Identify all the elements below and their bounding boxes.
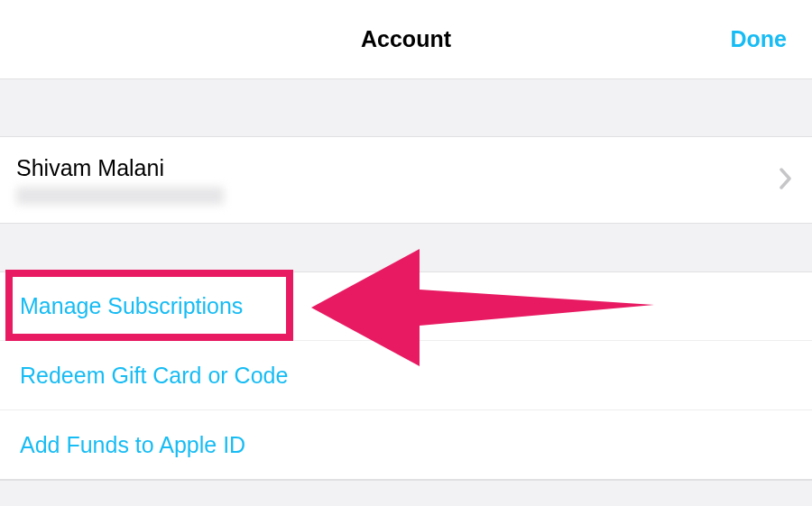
- profile-name-label: Shivam Malani: [16, 155, 164, 181]
- add-funds-label: Add Funds to Apple ID: [20, 432, 245, 458]
- manage-subscriptions-label: Manage Subscriptions: [20, 293, 243, 319]
- chevron-right-icon: [780, 168, 792, 193]
- section-gap: [0, 480, 812, 506]
- nav-bar: Account Done: [0, 0, 812, 79]
- page-title: Account: [361, 26, 451, 52]
- manage-subscriptions-row[interactable]: Manage Subscriptions: [0, 271, 812, 341]
- redeem-gift-card-label: Redeem Gift Card or Code: [20, 363, 288, 389]
- section-gap: [0, 224, 812, 271]
- profile-row[interactable]: Shivam Malani: [0, 136, 812, 224]
- add-funds-row[interactable]: Add Funds to Apple ID: [0, 410, 812, 480]
- profile-email-redacted: [16, 187, 224, 205]
- section-gap: [0, 79, 812, 136]
- redeem-gift-card-row[interactable]: Redeem Gift Card or Code: [0, 341, 812, 410]
- done-button[interactable]: Done: [731, 26, 788, 52]
